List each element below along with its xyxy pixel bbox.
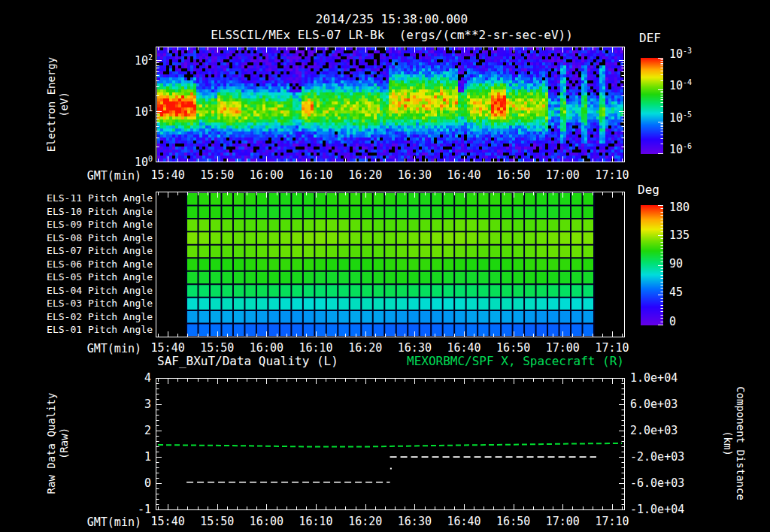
time-tick-label: 17:10 <box>593 341 632 355</box>
time-tick-label: 16:30 <box>395 168 434 182</box>
energy-ytick-label: 100 <box>120 156 153 169</box>
pitch-row-label: ELS-07 Pitch Angle <box>40 245 153 256</box>
time-tick-label: 16:50 <box>494 341 533 355</box>
pitch-row-label: ELS-09 Pitch Angle <box>40 219 153 230</box>
time-tick-label: 16:10 <box>296 515 335 528</box>
quality-ytick-label: 4 <box>117 371 151 385</box>
quality-ytick-label: -1 <box>117 503 151 516</box>
def-tick-label: 10-5 <box>669 111 692 125</box>
raw-quality-axis-label-line2: (Raw) <box>58 428 71 459</box>
time-tick-label: 15:40 <box>148 515 187 528</box>
component-distance-axis-label: Component Distance (km) <box>719 316 749 532</box>
quality-ytick-label: 3 <box>117 397 151 411</box>
quality-ytick-label: 1 <box>117 450 151 464</box>
def-tick-label: 10-3 <box>669 47 692 61</box>
gmt-label-middle: GMT(min) <box>74 342 141 355</box>
time-tick-label: 17:10 <box>593 515 632 528</box>
energy-axis-label-line1: Electron Energy <box>45 57 58 152</box>
time-tick-label: 16:10 <box>296 168 335 182</box>
quality-ytick-label: 0 <box>117 476 151 490</box>
time-tick-label: 15:50 <box>198 515 237 528</box>
time-tick-label: 15:40 <box>148 341 187 355</box>
deg-tick-label: 45 <box>669 286 683 299</box>
time-tick-label: 16:30 <box>395 515 434 528</box>
def-tick-label: 10-4 <box>669 79 692 92</box>
time-tick-label: 16:40 <box>444 168 484 182</box>
distance-ytick-label: 6.0e+03 <box>630 397 678 411</box>
time-tick-label: 17:10 <box>593 168 632 182</box>
time-tick-label: 16:10 <box>296 341 335 355</box>
time-tick-label: 16:20 <box>346 515 385 528</box>
time-tick-label: 16:00 <box>247 515 286 528</box>
raw-quality-axis-label: Raw Data Quality (Raw) <box>43 316 73 532</box>
time-tick-label: 16:40 <box>444 341 484 355</box>
time-tick-label: 16:20 <box>346 168 385 182</box>
time-tick-label: 16:20 <box>346 341 385 355</box>
time-tick-label: 16:50 <box>494 168 533 182</box>
energy-ytick-label: 101 <box>120 105 153 119</box>
def-tick-label: 10-6 <box>669 143 692 156</box>
def-colorbar-title: DEF <box>639 31 661 45</box>
time-tick-label: 16:50 <box>494 515 533 528</box>
pitch-row-label: ELS-11 Pitch Angle <box>40 192 153 204</box>
pitch-angle-grid <box>156 192 625 337</box>
time-tick-label: 16:00 <box>247 168 286 182</box>
quality-distance-plot <box>156 378 625 510</box>
raw-quality-axis-label-line1: Raw Data Quality <box>45 393 58 494</box>
deg-tick-label: 180 <box>669 201 690 214</box>
deg-colorbar-title: Deg <box>638 183 659 197</box>
def-colorbar <box>641 58 663 154</box>
quality-ytick-label: 2 <box>117 424 151 437</box>
time-tick-label: 16:00 <box>247 341 286 355</box>
electron-energy-spectrogram <box>156 47 625 162</box>
deg-tick-label: 135 <box>669 228 690 242</box>
time-tick-label: 17:00 <box>543 515 582 528</box>
time-tick-label: 16:30 <box>395 341 434 355</box>
pitch-row-label: ELS-03 Pitch Angle <box>40 298 153 309</box>
distance-ytick-label: -2.0e+03 <box>630 450 684 464</box>
deg-tick-label: 90 <box>669 257 683 271</box>
distance-ytick-label: 1.0e+04 <box>630 371 678 385</box>
pitch-row-label: ELS-05 Pitch Angle <box>40 271 153 283</box>
gmt-label-top: GMT(min) <box>74 169 141 183</box>
time-tick-label: 17:00 <box>543 168 582 182</box>
pitch-row-label: ELS-06 Pitch Angle <box>40 258 153 270</box>
energy-axis-label-line2: (eV) <box>58 92 71 117</box>
component-distance-axis-label-line1: Component Distance <box>734 386 747 500</box>
component-distance-axis-label-line2: (km) <box>721 431 734 456</box>
quality-series-title: SAF_BXuT/Data Quality (L) <box>157 354 338 368</box>
pitch-row-label: ELS-08 Pitch Angle <box>40 232 153 243</box>
deg-tick-label: 0 <box>669 315 676 328</box>
time-tick-label: 17:00 <box>543 341 582 355</box>
time-tick-label: 16:40 <box>444 515 484 528</box>
distance-ytick-label: 2.0e+03 <box>630 424 678 437</box>
deg-colorbar <box>641 205 663 325</box>
pitch-row-label: ELS-02 Pitch Angle <box>40 311 153 322</box>
time-tick-label: 15:50 <box>198 168 237 182</box>
page-title: 2014/235 15:38:00.000 <box>0 12 770 26</box>
gmt-label-bottom: GMT(min) <box>74 515 141 529</box>
spectrogram-viewer-page: { "title": { "line1": "2014/235 15:38:00… <box>0 0 770 532</box>
time-tick-label: 15:50 <box>198 341 237 355</box>
distance-ytick-label: -1.0e+04 <box>630 503 684 516</box>
pitch-row-label: ELS-10 Pitch Angle <box>40 206 153 217</box>
spacecraft-series-title: MEXORBMC/SPF X, Spacecraft (R) <box>391 354 624 368</box>
energy-ytick-label: 102 <box>120 54 153 68</box>
distance-ytick-label: -6.0e+03 <box>630 476 684 490</box>
pitch-row-label: ELS-04 Pitch Angle <box>40 285 153 296</box>
pitch-row-label: ELS-01 Pitch Angle <box>40 324 153 335</box>
time-tick-label: 15:40 <box>148 168 187 182</box>
